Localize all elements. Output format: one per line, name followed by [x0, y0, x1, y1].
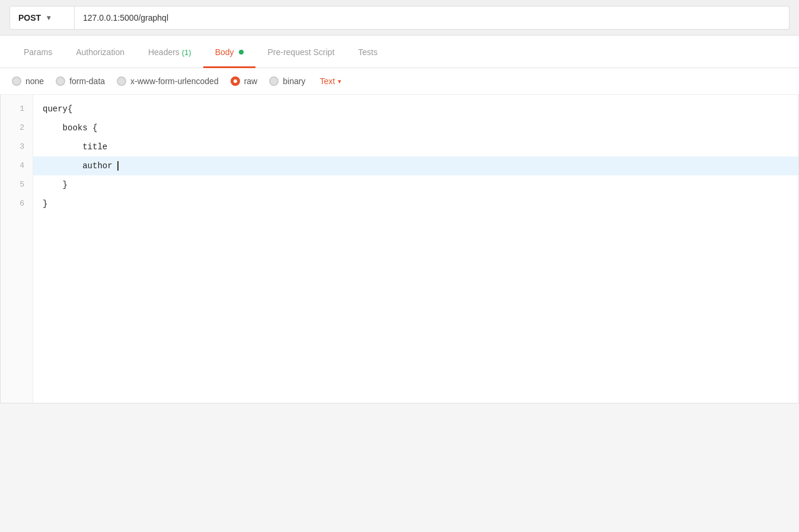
body-dot-indicator	[239, 50, 244, 55]
tab-authorization[interactable]: Authorization	[64, 38, 136, 68]
tabs-row: Params Authorization Headers (1) Body Pr…	[0, 36, 799, 68]
radio-binary	[269, 76, 279, 86]
code-line-2: books {	[33, 118, 798, 137]
headers-badge: (1)	[182, 48, 191, 57]
text-cursor	[113, 161, 119, 171]
url-input[interactable]	[75, 6, 790, 30]
top-bar: POST ▾	[0, 0, 799, 36]
radio-urlencoded	[117, 76, 126, 86]
editor-content[interactable]: 1 2 3 4 5 6 query{ books { title author …	[1, 95, 798, 403]
method-selector[interactable]: POST ▾	[9, 6, 75, 30]
code-line-5: }	[33, 175, 798, 194]
code-lines[interactable]: query{ books { title author } }	[33, 95, 798, 403]
tab-prerequest[interactable]: Pre-request Script	[255, 38, 346, 68]
radio-raw	[231, 76, 240, 86]
line-number-4: 4	[1, 156, 33, 175]
body-options: none form-data x-www-form-urlencoded raw…	[0, 68, 799, 95]
line-numbers: 1 2 3 4 5 6	[1, 95, 33, 403]
tab-body[interactable]: Body	[203, 38, 256, 68]
line-number-1: 1	[1, 100, 33, 118]
option-form-data[interactable]: form-data	[56, 76, 105, 86]
tab-tests[interactable]: Tests	[346, 38, 389, 68]
code-line-1: query{	[33, 100, 798, 118]
text-dropdown-chevron: ▾	[338, 78, 341, 85]
option-raw[interactable]: raw	[231, 76, 258, 86]
radio-none	[12, 76, 21, 86]
text-dropdown[interactable]: Text ▾	[319, 76, 341, 86]
line-number-5: 5	[1, 175, 33, 194]
text-dropdown-label: Text	[319, 76, 335, 86]
tab-params[interactable]: Params	[12, 38, 64, 68]
tab-headers[interactable]: Headers (1)	[136, 38, 203, 68]
method-chevron-icon: ▾	[47, 14, 50, 22]
code-line-4: author	[33, 156, 798, 175]
editor-area: 1 2 3 4 5 6 query{ books { title author …	[0, 95, 799, 403]
option-urlencoded[interactable]: x-www-form-urlencoded	[117, 76, 219, 86]
code-line-6: }	[33, 194, 798, 213]
option-binary[interactable]: binary	[269, 76, 305, 86]
radio-form-data	[56, 76, 65, 86]
line-number-3: 3	[1, 137, 33, 156]
line-number-2: 2	[1, 118, 33, 137]
code-line-3: title	[33, 137, 798, 156]
option-none[interactable]: none	[12, 76, 44, 86]
line-number-6: 6	[1, 194, 33, 213]
method-label: POST	[18, 13, 41, 23]
